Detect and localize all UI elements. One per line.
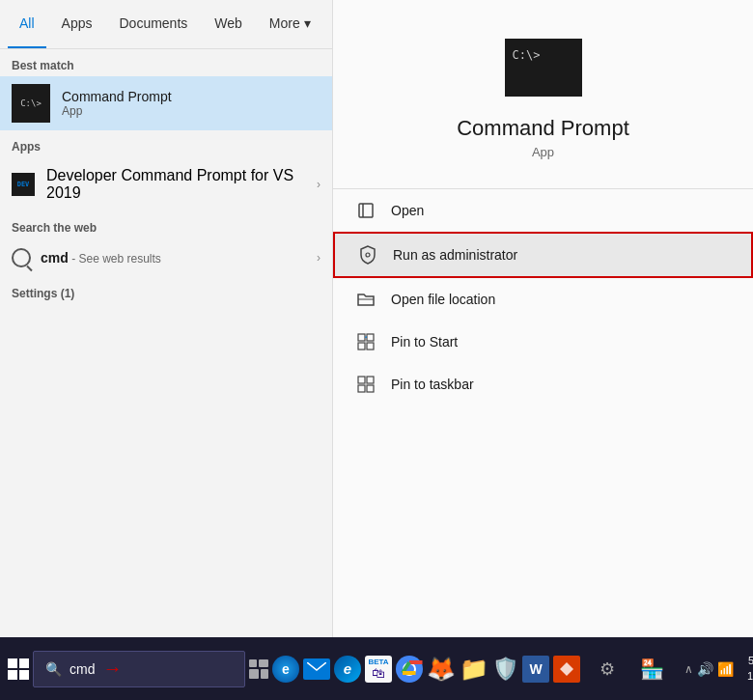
search-bar-text: cmd — [70, 661, 95, 677]
best-match-label: Best match — [0, 49, 332, 76]
pin-taskbar-icon — [356, 375, 376, 394]
firefox-icon: 🦊 — [427, 656, 456, 683]
word-icon: W — [522, 656, 549, 683]
best-match-subtitle: App — [62, 104, 172, 118]
office-icon — [553, 656, 580, 683]
svg-rect-10 — [358, 377, 365, 383]
web-query: cmd - See web results — [41, 250, 161, 266]
dev-cmd-icon: DEV — [12, 173, 35, 196]
taskbar-search-bar[interactable]: 🔍 cmd → — [33, 651, 245, 687]
action-list: Open Run as administrator Open file loca… — [333, 189, 753, 406]
svg-rect-4 — [359, 204, 373, 217]
action-run-as-admin[interactable]: Run as administrator — [333, 232, 753, 278]
svg-rect-19 — [259, 659, 268, 667]
svg-rect-18 — [249, 659, 257, 667]
action-open[interactable]: Open — [333, 189, 753, 232]
shield-icon — [358, 245, 377, 265]
store-taskbar-icon[interactable]: BETA 🛍 — [365, 650, 392, 688]
svg-rect-20 — [249, 669, 259, 679]
web-chevron-icon: › — [317, 251, 321, 265]
firefox-taskbar-icon[interactable]: 🦊 — [427, 650, 456, 688]
dev-cmd-label: Developer Command Prompt for VS 2019 — [46, 167, 305, 202]
tab-web[interactable]: Web — [203, 0, 254, 48]
dev-cmd-item[interactable]: DEV Developer Command Prompt for VS 2019… — [0, 157, 332, 211]
edge-taskbar-icon[interactable]: e — [334, 650, 361, 688]
task-view-button[interactable] — [249, 650, 268, 688]
tab-apps[interactable]: Apps — [50, 0, 104, 48]
run-admin-label: Run as administrator — [393, 247, 517, 263]
cmd-icon: C:\> — [12, 84, 50, 123]
svg-rect-6 — [358, 334, 365, 341]
open-location-label: Open file location — [391, 292, 495, 307]
office-taskbar-icon[interactable] — [553, 650, 580, 688]
settings-section-label: Settings (1) — [0, 277, 332, 304]
edge-icon: e — [334, 656, 361, 683]
store2-taskbar-icon[interactable]: 🏪 — [632, 650, 671, 688]
action-open-location[interactable]: Open file location — [333, 278, 753, 321]
tabs-bar: All Apps Documents Web More ▾ — [0, 0, 332, 49]
clock-date: 1/2/2021 — [747, 669, 753, 684]
search-icon — [12, 248, 31, 267]
folder-open-icon — [356, 290, 376, 309]
svg-rect-12 — [358, 385, 365, 392]
pin-start-icon — [356, 332, 376, 351]
start-button[interactable] — [8, 650, 29, 688]
mail-taskbar-icon[interactable] — [303, 650, 330, 688]
app-title: Command Prompt — [457, 116, 629, 141]
taskbar-right: ⚙ 🏪 ∧ 🔊 📶 5:30 PM 1/2/2021 🔔 — [588, 650, 753, 688]
store-icon: BETA 🛍 — [365, 656, 392, 683]
apps-section-label: Apps — [0, 130, 332, 157]
action-pin-taskbar[interactable]: Pin to taskbar — [333, 363, 753, 406]
pin-start-label: Pin to Start — [391, 334, 458, 350]
svg-rect-17 — [19, 670, 29, 680]
mail-icon — [303, 658, 330, 680]
svg-rect-14 — [8, 658, 17, 668]
right-panel: Command Prompt App Open Run as administr… — [332, 0, 753, 637]
clock: 5:30 PM 1/2/2021 — [747, 654, 753, 684]
best-match-text: Command Prompt App — [62, 89, 172, 118]
security-taskbar-icon[interactable]: 🛡️ — [492, 650, 518, 688]
folder-icon: 📁 — [460, 656, 488, 683]
chevron-right-icon: › — [317, 178, 321, 191]
open-label: Open — [391, 203, 424, 218]
store2-icon: 🏪 — [640, 658, 664, 681]
system-tray: ∧ 🔊 📶 — [677, 661, 741, 677]
tab-more[interactable]: More ▾ — [258, 0, 322, 48]
security-icon: 🛡️ — [492, 657, 518, 682]
tab-all[interactable]: All — [8, 0, 46, 48]
chrome-icon — [396, 656, 423, 683]
files-taskbar-icon[interactable]: 📁 — [460, 650, 488, 688]
open-icon — [356, 201, 376, 220]
web-search-item[interactable]: cmd - See web results › — [0, 238, 332, 277]
action-pin-start[interactable]: Pin to Start — [333, 321, 753, 363]
svg-rect-9 — [367, 343, 374, 350]
taskbar: 🔍 cmd → e e BETA 🛍 — [0, 637, 753, 700]
svg-rect-13 — [367, 385, 374, 392]
svg-rect-8 — [358, 343, 365, 350]
settings-cog-icon: ⚙ — [600, 658, 615, 680]
search-panel: All Apps Documents Web More ▾ Best match… — [0, 0, 332, 637]
word-taskbar-icon[interactable]: W — [522, 650, 549, 688]
ie-taskbar-icon[interactable]: e — [272, 650, 299, 688]
svg-point-5 — [366, 253, 370, 257]
settings-taskbar-icon[interactable]: ⚙ — [588, 650, 627, 688]
task-view-icon — [249, 659, 268, 679]
clock-time: 5:30 PM — [747, 654, 753, 668]
chevron-down-icon: ▾ — [304, 15, 311, 31]
best-match-item[interactable]: C:\> Command Prompt App — [0, 76, 332, 130]
search-arrow-icon: → — [102, 658, 122, 680]
results-content: Best match C:\> Command Prompt App Apps … — [0, 49, 332, 637]
web-section-label: Search the web — [0, 211, 332, 238]
chrome-taskbar-icon[interactable] — [396, 650, 423, 688]
svg-rect-16 — [8, 670, 17, 680]
app-type-label: App — [532, 145, 554, 159]
svg-rect-21 — [261, 669, 268, 679]
tab-documents[interactable]: Documents — [107, 0, 199, 48]
search-bar-icon: 🔍 — [45, 661, 62, 677]
best-match-title: Command Prompt — [62, 89, 172, 104]
svg-rect-7 — [367, 334, 374, 341]
windows-logo-icon — [8, 658, 29, 680]
app-preview-icon — [505, 39, 582, 97]
svg-rect-15 — [19, 658, 29, 668]
pin-taskbar-label: Pin to taskbar — [391, 377, 474, 392]
